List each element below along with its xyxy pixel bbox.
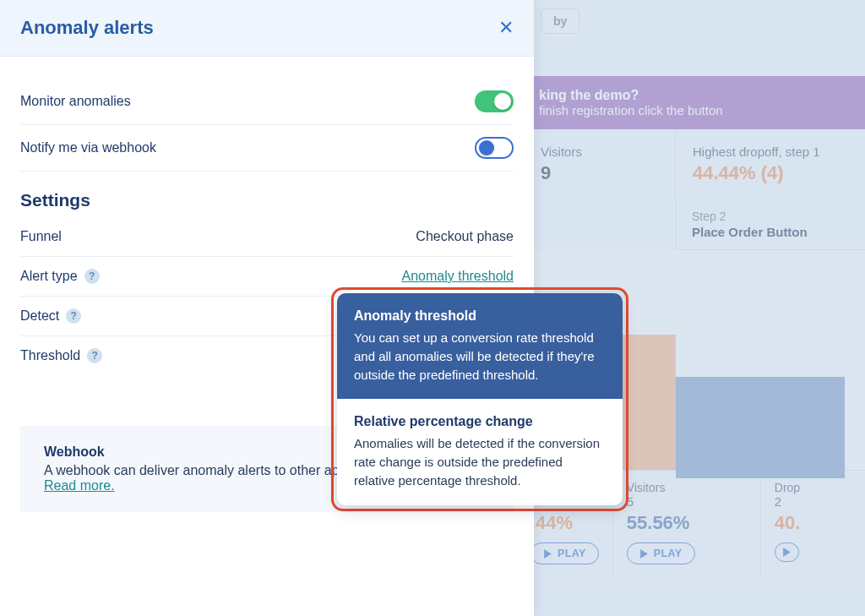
alert-type-dropdown-highlight: Anomaly threshold You can set up a conve… (331, 287, 628, 511)
alert-type-dropdown: Anomaly threshold You can set up a conve… (337, 293, 623, 505)
card0-value: .44% (530, 512, 599, 534)
option-anomaly-threshold[interactable]: Anomaly threshold You can set up a conve… (337, 293, 623, 399)
detect-label: Detect ? (20, 308, 81, 324)
notify-webhook-toggle[interactable] (475, 137, 514, 159)
close-icon[interactable]: ✕ (498, 17, 514, 39)
card1-value: 55.56% (627, 512, 747, 534)
help-icon[interactable]: ? (87, 348, 102, 363)
funnel-value: Checkout phase (416, 229, 514, 244)
metric-visitors-label: Visitors (541, 144, 658, 159)
metric-dropoff-label: Highest dropoff, step 1 (693, 144, 848, 159)
settings-heading: Settings (20, 172, 514, 217)
demo-banner: king the demo? finish registration click… (524, 76, 865, 129)
step-label: Step 2 (692, 210, 850, 223)
monitor-anomalies-label: Monitor anomalies (20, 94, 131, 109)
funnel-label: Funnel (20, 229, 62, 244)
notify-webhook-label: Notify me via webhook (20, 140, 156, 155)
help-icon[interactable]: ? (84, 269, 100, 284)
banner-sub: finish registration click the button (539, 103, 850, 117)
alert-type-value[interactable]: Anomaly threshold (401, 269, 514, 284)
threshold-label: Threshold ? (20, 348, 102, 363)
step-name: Place Order Button (692, 225, 850, 239)
help-icon[interactable]: ? (66, 308, 81, 324)
card1-label: Visitors (627, 481, 747, 494)
card2-sub: 2 (775, 494, 851, 509)
option-relative-percentage[interactable]: Relative percentage change Anomalies wil… (337, 399, 623, 504)
card2-label: Drop (775, 481, 851, 494)
webhook-readmore-link[interactable]: Read more. (44, 478, 115, 493)
banner-title: king the demo? (539, 88, 850, 103)
alert-type-label: Alert type ? (20, 269, 100, 284)
card2-value: 40. (775, 512, 851, 534)
play-button-1[interactable]: PLAY (627, 542, 695, 564)
monitor-anomalies-toggle[interactable] (475, 90, 514, 112)
card1-sub: 5 (627, 494, 747, 509)
panel-title: Anomaly alerts (20, 17, 154, 39)
play-button-0[interactable]: PLAY (530, 542, 599, 564)
groupby-chip[interactable]: by (541, 8, 579, 34)
metric-visitors-value: 9 (541, 162, 658, 184)
metric-dropoff-value: 44.44% (4) (693, 162, 848, 184)
play-button-2[interactable] (775, 542, 799, 562)
